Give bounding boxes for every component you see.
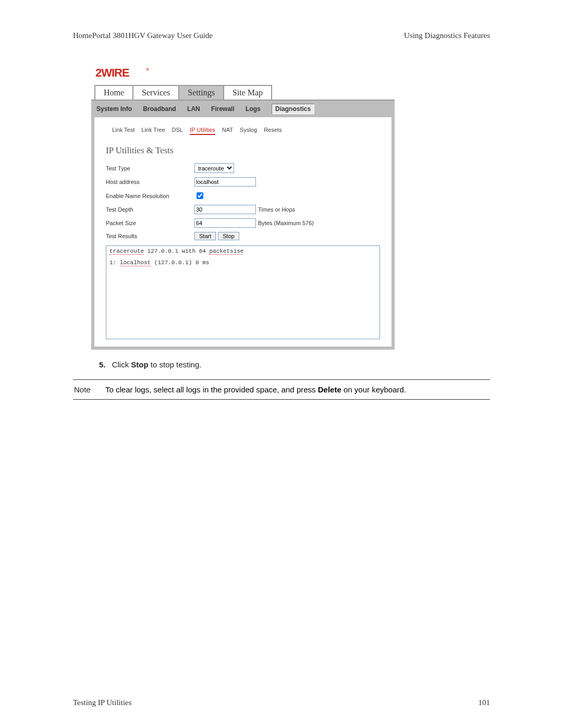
footer-right: 101 [479,698,491,707]
label-host-address: Host address [106,179,194,185]
tab-settings[interactable]: Settings [178,85,224,100]
step-number: 5. [99,360,106,369]
select-test-type[interactable]: traceroute [194,163,234,173]
diag-link-iputilities[interactable]: IP Utilities [190,127,215,135]
diag-link-dsl[interactable]: DSL [172,127,183,133]
label-packet-size: Packet Size [106,220,194,226]
input-packet-size[interactable] [194,218,256,228]
note-text: To clear logs, select all logs in the pr… [105,385,490,394]
suffix-test-depth: Times or Hops [258,206,295,213]
router-ui-screenshot: 2WIRE HomeServicesSettingsSite Map Syste… [91,59,395,350]
diag-link-syslog[interactable]: Syslog [240,127,257,133]
start-button[interactable]: Start [194,232,216,240]
results-line-2: 1: localhost (127.0.0.1) 0 ms [109,260,376,266]
input-test-depth[interactable] [194,205,256,214]
svg-text:2WIRE: 2WIRE [95,66,129,79]
subnav-diagnostics[interactable]: Diagnostics [272,104,314,114]
checkbox-enable-name-resolution[interactable] [197,192,203,199]
header-right: Using Diagnostics Features [404,31,490,40]
subnav-firewall[interactable]: Firewall [211,105,235,113]
test-results-output[interactable]: traceroute 127.0.0.1 with 64 packetsise … [106,245,380,339]
label-enable-name-resolution: Enable Name Resolution [106,193,194,199]
top-tabbar: HomeServicesSettingsSite Map [91,85,395,100]
diagnostics-panel: Link Test Link Tree DSL IP Utilities NAT… [94,117,391,347]
stop-button[interactable]: Stop [218,232,239,240]
tab-services[interactable]: Services [132,85,179,100]
header-left: HomePortal 3801HGV Gateway User Guide [73,31,213,40]
subnav-system-info[interactable]: System Info [96,105,132,113]
tab-home[interactable]: Home [94,85,133,100]
diag-link-nat[interactable]: NAT [222,127,233,133]
diag-link-linktest[interactable]: Link Test [112,127,134,133]
subnav-broadband[interactable]: Broadband [143,105,176,113]
diag-links: Link Test Link Tree DSL IP Utilities NAT… [94,119,391,141]
diag-link-linktree[interactable]: Link Tree [141,127,165,133]
note-block: Note To clear logs, select all logs in t… [73,379,490,400]
subnav-lan[interactable]: LAN [187,105,200,113]
results-line-1: traceroute 127.0.0.1 with 64 packetsise [109,248,376,254]
label-test-type: Test Type [106,165,194,171]
svg-point-1 [146,68,149,70]
subnav-logs[interactable]: Logs [246,105,261,113]
input-host-address[interactable] [194,177,256,187]
note-label: Note [73,385,105,394]
logo-2wire: 2WIRE [95,66,152,82]
doc-header: HomePortal 3801HGV Gateway User Guide Us… [73,31,490,40]
logo-row: 2WIRE [91,59,395,85]
instruction-step-5: 5. Click Stop to stop testing. [99,360,490,369]
doc-footer: Testing IP Utilities 101 [73,698,490,707]
footer-left: Testing IP Utilities [73,698,132,707]
label-test-depth: Test Depth [106,206,194,213]
section-title: IP Utilities & Tests [94,141,391,161]
suffix-packet-size: Bytes (Maximum 576) [258,220,314,226]
ip-utilities-form: Test Type traceroute Host address Enable… [94,161,391,242]
settings-subnav: System Info Broadband LAN Firewall Logs … [91,100,395,117]
label-test-results: Test Results [106,233,194,239]
tab-sitemap[interactable]: Site Map [223,85,272,100]
diag-link-resets[interactable]: Resets [264,127,282,133]
